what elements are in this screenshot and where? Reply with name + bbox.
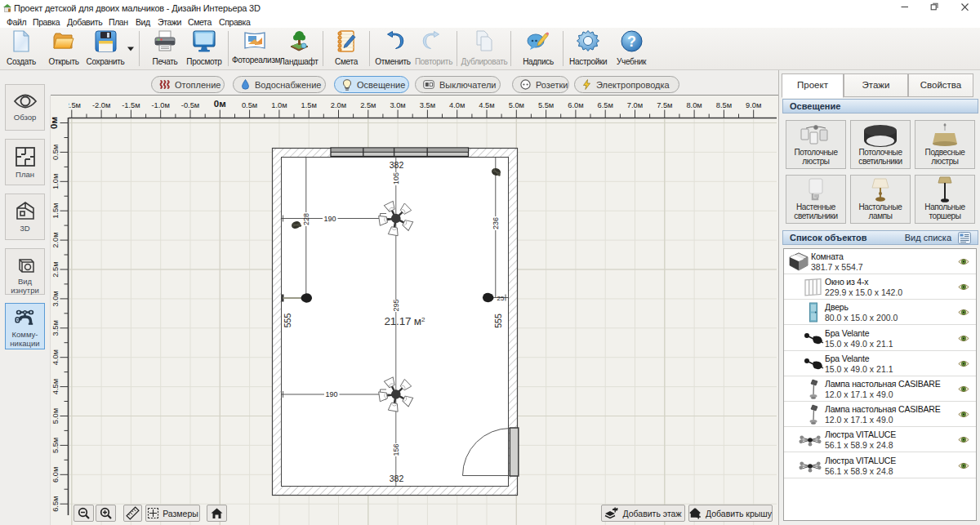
svg-text:156: 156 — [392, 443, 400, 456]
svg-text:2.0м: 2.0м — [331, 101, 346, 109]
svg-text:1.0м: 1.0м — [271, 101, 287, 109]
svg-text:6.5м: 6.5м — [598, 101, 613, 109]
svg-text:7.0м: 7.0м — [627, 101, 643, 109]
svg-text:555: 555 — [493, 314, 503, 328]
svg-text:4.0м: 4.0м — [51, 349, 60, 365]
svg-text:3.0м: 3.0м — [51, 291, 60, 306]
svg-text:3.5м: 3.5м — [51, 320, 60, 336]
svg-text:1.5м: 1.5м — [301, 101, 317, 109]
svg-text:236: 236 — [492, 217, 500, 229]
svg-text:190: 190 — [323, 215, 336, 223]
svg-text:4.5м: 4.5м — [51, 379, 60, 394]
svg-text:555: 555 — [283, 314, 292, 328]
svg-text:8.5м: 8.5м — [716, 101, 732, 109]
svg-text:6.5м: 6.5м — [51, 496, 60, 512]
svg-text:?: ? — [627, 33, 636, 50]
svg-text:105: 105 — [392, 172, 400, 185]
svg-text:6.0м: 6.0м — [51, 467, 60, 483]
svg-text:5.5м: 5.5м — [51, 438, 60, 453]
svg-text:3.5м: 3.5м — [420, 101, 435, 109]
svg-text:190: 190 — [325, 390, 337, 398]
svg-text:4.0м: 4.0м — [449, 101, 465, 109]
svg-text:6.0м: 6.0м — [568, 101, 583, 109]
svg-text:-0.5м: -0.5м — [181, 101, 199, 109]
svg-text:7.5м: 7.5м — [657, 101, 672, 109]
svg-text:21.17 м2: 21.17 м2 — [385, 315, 425, 327]
svg-text:2.5м: 2.5м — [360, 101, 376, 109]
svg-text:2.5м: 2.5м — [51, 261, 60, 277]
svg-text:382: 382 — [390, 474, 404, 483]
svg-text:0м: 0м — [214, 99, 226, 109]
svg-text:295: 295 — [392, 299, 400, 311]
svg-text:8.0м: 8.0м — [686, 101, 702, 109]
svg-text:228: 228 — [302, 213, 310, 225]
svg-text:-1.5м: -1.5м — [122, 101, 140, 109]
svg-text:3.0м: 3.0м — [390, 101, 405, 109]
svg-text:25: 25 — [497, 295, 505, 302]
svg-text:2.0м: 2.0м — [51, 232, 60, 247]
svg-text:1.5м: 1.5м — [51, 203, 60, 219]
svg-text:1.0м: 1.0м — [51, 174, 60, 189]
svg-text:0м: 0м — [51, 117, 59, 129]
svg-text:5.0м: 5.0м — [51, 408, 60, 424]
svg-text:0.5м: 0.5м — [51, 145, 60, 160]
svg-text:-2.0м: -2.0м — [92, 101, 110, 109]
svg-text:4.5м: 4.5м — [479, 101, 494, 109]
svg-text:382: 382 — [390, 160, 404, 170]
svg-text:-1.0м: -1.0м — [151, 101, 169, 109]
svg-text:9.0м: 9.0м — [746, 101, 761, 109]
svg-text:0.5м: 0.5м — [242, 101, 257, 109]
svg-text:5.0м: 5.0м — [509, 101, 524, 109]
svg-text:5.5м: 5.5м — [538, 101, 554, 109]
